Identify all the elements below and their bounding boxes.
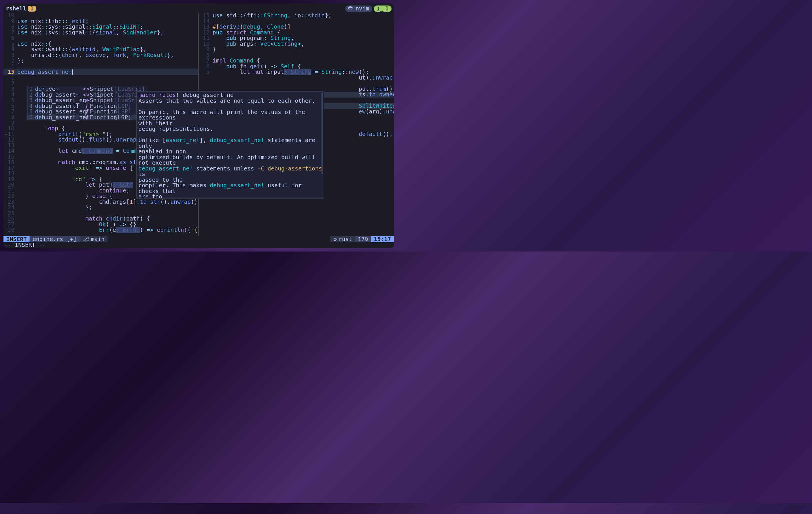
code-line[interactable]: 15debug_assert_ne!	[3, 69, 198, 75]
status-filename: engine.rs [+]	[30, 236, 80, 242]
completion-item-source: [LSP]	[114, 109, 132, 115]
line-number: 5	[3, 41, 18, 47]
line-number: 6	[199, 64, 212, 69]
line-number: 10	[199, 41, 212, 47]
line-number: 6	[3, 103, 18, 109]
code-line[interactable]: 8use nix::sys::signal::Signal::SIGINT;	[3, 24, 198, 30]
code-line[interactable]: 27 Ok(_) => {}	[3, 222, 198, 228]
line-number: 22	[3, 193, 18, 199]
line-number: 16	[3, 159, 18, 165]
code-line[interactable]: put.trim().split_whites→	[199, 86, 394, 92]
code-line[interactable]: 6	[3, 35, 198, 41]
doc-body-line	[138, 103, 322, 110]
code-line[interactable]: 1	[3, 75, 198, 81]
line-number: 2	[3, 81, 18, 86]
terminal-window: rshell 1 ⛑ nvim ❯_ 1 109use nix::libc::_…	[3, 3, 394, 248]
completion-item[interactable]: 1derive~<>Snippet[LuaSnip]	[28, 86, 147, 92]
code-line-body: use nix::libc::_exit;	[18, 19, 198, 24]
function-icon: ƒ	[83, 115, 90, 120]
code-line[interactable]: 3 unistd::{chdir, execvp, fork, ForkResu…	[3, 52, 198, 58]
cmdline-message: -- INSERT --	[3, 242, 394, 248]
tmux-window-badge[interactable]: 1	[28, 6, 36, 11]
code-line[interactable]: 2	[3, 81, 198, 86]
code-line-body: impl Command {	[212, 58, 394, 64]
completion-menu[interactable]: 1derive~<>Snippet[LuaSnip]2debug_assert~…	[27, 86, 147, 120]
doc-body-line: Unlike [assert_ne!], debug_assert_ne! st…	[138, 138, 322, 149]
code-line[interactable]: 7use nix::sys::signal::{signal, SigHandl…	[3, 30, 198, 36]
line-number: 8	[199, 52, 212, 58]
code-line[interactable]: 6 pub fn get() -> Self {	[199, 64, 394, 69]
code-line[interactable]: 2};	[3, 58, 198, 64]
line-number: 3	[3, 86, 18, 92]
code-line[interactable]: 9}	[199, 47, 394, 52]
code-line[interactable]	[199, 81, 394, 86]
code-line-body: put.trim().split_whites→	[212, 86, 394, 92]
snippet-icon: <>	[83, 86, 90, 92]
line-number: 12	[3, 137, 18, 143]
status-spacer	[108, 236, 330, 242]
code-line[interactable]: 7impl Command {	[199, 58, 394, 64]
line-number: 15	[199, 13, 212, 19]
line-number: 7	[3, 30, 18, 36]
function-icon: ƒ	[83, 109, 90, 115]
code-line[interactable]: 10 pub args: Vec<CString>,	[199, 41, 394, 47]
code-line[interactable]: ut).unwrap_or_default();	[199, 75, 394, 81]
completion-item[interactable]: 5debug_assert_eq!ƒFunction[LSP]	[28, 109, 147, 115]
line-number: 24	[3, 205, 18, 210]
completion-item-kind: Function	[90, 115, 114, 120]
code-line[interactable]: 28 Err(e: Errno) => eprintln!("{}", e),	[3, 227, 198, 233]
code-line[interactable]: 5use nix::{	[3, 41, 198, 47]
code-line-body: pub program: String,	[212, 35, 394, 41]
status-git-branch: ⎇ main	[80, 236, 108, 242]
editor-split: 109use nix::libc::_exit;8use nix::sys::s…	[3, 13, 394, 236]
code-line[interactable]: 4 sys::wait::{waitpid, WaitPidFlag},	[3, 47, 198, 52]
completion-item-source: [LuaSnip]	[114, 86, 145, 92]
line-number: 8	[3, 114, 18, 120]
code-line[interactable]: 14	[199, 19, 394, 24]
code-line-body: match chdir(path) {	[18, 216, 198, 222]
doc-scrollbar[interactable]	[321, 93, 323, 174]
code-line[interactable]: 8	[199, 52, 394, 58]
status-cursor-position: 15:17	[371, 236, 394, 242]
doc-body-line: debug representations.	[138, 126, 322, 132]
code-line-body: pub args: Vec<CString>,	[212, 41, 394, 47]
doc-body-line: optimized builds by default. An optimize…	[138, 155, 322, 166]
code-line-body: sys::wait::{waitpid, WaitPidFlag},	[18, 47, 198, 52]
code-line[interactable]: 12pub struct Command {	[199, 30, 394, 36]
code-line[interactable]: 1	[3, 64, 198, 69]
code-line-body: };	[18, 58, 198, 64]
line-number: 26	[3, 216, 18, 222]
code-line[interactable]: 25	[3, 210, 198, 216]
line-number: 4	[3, 92, 18, 97]
code-line-body: let mut input: String = String::new();	[212, 69, 394, 75]
completion-item-kind: Function	[90, 109, 114, 115]
code-line[interactable]: 11 pub program: String,	[199, 35, 394, 41]
person-icon: ⛑	[348, 6, 354, 11]
line-number: 6	[3, 35, 18, 41]
code-line[interactable]: 24 };	[3, 205, 198, 210]
doc-body-line: are too	[138, 194, 322, 199]
code-line[interactable]: 23 cmd.args[1].to_str().unwrap()	[3, 199, 198, 205]
doc-body-line: On panic, this macro will print the valu…	[138, 110, 322, 121]
pill-nvim[interactable]: ⛑ nvim	[345, 5, 372, 12]
completion-item-source: [LSP]	[114, 115, 132, 120]
code-line[interactable]: 5 let mut input: String = String::new();	[199, 69, 394, 75]
line-number: 13	[199, 24, 212, 30]
code-line[interactable]: 9use nix::libc::_exit;	[3, 19, 198, 24]
documentation-popup: macro_rules! debug_assert_neAsserts that…	[136, 91, 324, 199]
doc-body-line: compiler. This makes debug_assert_ne! us…	[138, 183, 322, 194]
code-line[interactable]: 15use std::{ffi::CString, io::stdin};	[199, 13, 394, 19]
line-number: 3	[3, 52, 18, 58]
code-line[interactable]: 26 match chdir(path) {	[3, 216, 198, 222]
doc-body-line: enabled in non	[138, 149, 322, 155]
completion-item-label: debug_assert_ne!	[35, 115, 83, 120]
code-line-body: use nix::sys::signal::{signal, SigHandle…	[18, 30, 198, 36]
completion-item[interactable]: 6debug_assert_ne!ƒFunction[LSP]	[28, 115, 147, 120]
gear-icon: ⚙	[333, 237, 337, 242]
doc-body-line: debug_assert_ne! statements unless -C de…	[138, 166, 322, 177]
line-number: 10	[3, 13, 18, 19]
completion-item[interactable]: 3debug_assert_eq~<>Snippet[LuaSnip]	[28, 97, 147, 103]
pill-terminal[interactable]: ❯_ 1	[374, 5, 392, 12]
code-line[interactable]: 13#[derive(Debug, Clone)]	[199, 24, 394, 30]
code-line[interactable]: 10	[3, 13, 198, 19]
